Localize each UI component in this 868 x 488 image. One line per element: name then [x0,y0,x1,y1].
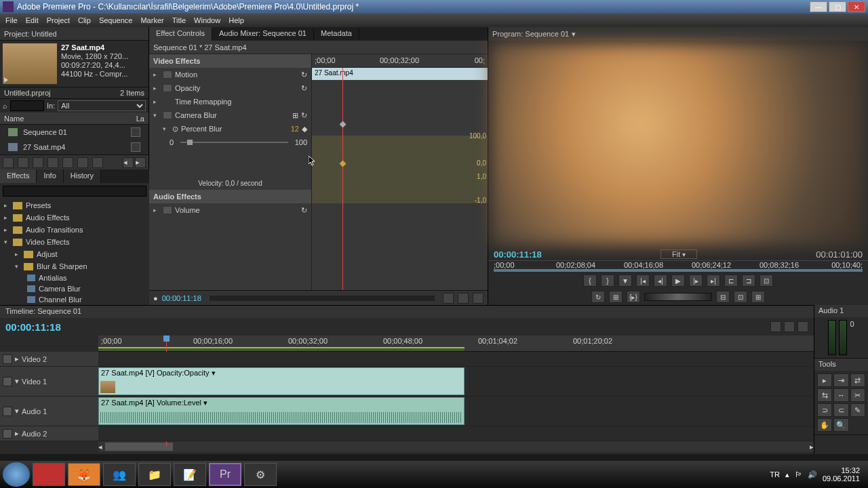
loop-button[interactable]: ↻ [591,291,605,303]
close-button[interactable]: ✕ [848,1,865,12]
project-search-input[interactable] [10,100,44,111]
tab-audio-mixer[interactable]: Audio Mixer: Sequence 01 [212,27,314,41]
button-b[interactable]: ⊞ [751,291,765,303]
go-to-in-button[interactable]: |◂ [636,274,650,287]
prop-motion[interactable]: ▸Motion↻ [149,68,311,81]
dropdown-icon[interactable]: ▾ [572,30,576,39]
prop-time-remap[interactable]: ▸Time Remapping [149,95,311,108]
minimize-button[interactable]: — [810,1,827,12]
taskbar-firefox-icon[interactable]: 🦊 [68,463,100,486]
pen-tool[interactable]: ✎ [850,403,865,417]
step-back-button[interactable]: ◂| [654,274,667,287]
clock-time[interactable]: 15:32 [823,466,860,474]
menu-project[interactable]: Project [47,16,70,24]
taskbar-icon[interactable]: ⚙ [244,463,277,486]
track-video1[interactable]: 27 Saat.mp4 [V] Opacity:Opacity ▾ [98,367,814,396]
ec-graph[interactable] [312,136,488,203]
ec-zoom-slider[interactable] [210,296,435,301]
maximize-button[interactable]: ▢ [829,1,846,12]
taskbar-premiere-icon[interactable]: Pr [209,463,241,486]
tray-icon[interactable]: 🏳 [795,470,802,479]
ripple-tool[interactable]: ⇄ [850,373,865,387]
menu-clip[interactable]: Clip [78,16,91,24]
tab-history[interactable]: History [64,169,101,183]
tray-icon[interactable]: 🔊 [808,470,817,479]
menu-sequence[interactable]: Sequence [99,16,133,24]
track-select-tool[interactable]: ⇥ [833,373,848,387]
find-button[interactable] [47,157,58,168]
delete-button[interactable] [92,157,103,168]
menu-title[interactable]: Title [172,16,186,24]
effect-channel-blur[interactable]: Channel Blur [0,294,149,305]
clip-video[interactable]: 27 Saat.mp4 [V] Opacity:Opacity ▾ [98,367,465,395]
zoom-tool[interactable]: 🔍 [833,418,848,432]
tab-effects[interactable]: Effects [0,169,37,183]
lang-indicator[interactable]: TR [770,470,780,479]
play-button[interactable]: ▸ [135,157,146,168]
automate-button[interactable] [33,157,43,168]
output-button[interactable]: {▸} [627,291,640,303]
safe-margins-button[interactable]: ⊞ [609,291,623,303]
slip-tool[interactable]: ⊃ [817,403,832,417]
new-bin-button[interactable] [62,157,73,168]
effects-search-input[interactable] [3,186,146,197]
program-current-time[interactable]: 00:00:11:18 [494,249,542,260]
rolling-tool[interactable]: ⇆ [817,388,832,402]
mark-in-button[interactable]: { [583,274,597,287]
list-view-button[interactable] [3,157,14,168]
program-ruler[interactable]: ;00;00 00;02;08;04 00;04;16;08 00;06;24;… [488,260,868,272]
tab-info[interactable]: Info [37,169,63,183]
prop-percent-blur[interactable]: ▾⊙Percent Blur12◆ [149,122,311,136]
effect-antialias[interactable]: Antialias [0,272,149,283]
export-frame-button[interactable]: ⊡ [760,274,773,287]
menu-edit[interactable]: Edit [26,16,39,24]
prev-button[interactable]: ◂ [123,157,134,168]
marker-button[interactable] [784,321,795,332]
keyframe-icon[interactable] [340,121,347,128]
timeline-timecode[interactable]: 00:00:11:18 [5,321,61,333]
prop-opacity[interactable]: ▸Opacity↻ [149,81,311,95]
folder-audio-effects[interactable]: ▸Audio Effects [0,211,149,224]
col-label[interactable]: La [136,115,144,123]
ec-timecode[interactable]: 00:00:11:18 [162,294,201,302]
program-video[interactable] [491,43,865,245]
extract-button[interactable]: ⊐ [742,274,755,287]
timeline-ruler[interactable]: ;00;00 00;00;16;00 00;00;32;00 00;00;48;… [98,336,814,352]
folder-adjust[interactable]: ▸Adjust [0,248,149,260]
lift-button[interactable]: ⊏ [724,274,738,287]
go-to-out-button[interactable]: ▸| [707,274,720,287]
ec-button[interactable] [473,293,484,304]
track-video2[interactable] [98,352,814,367]
taskbar-icon[interactable] [33,463,65,486]
tray-icon[interactable]: ▴ [785,470,789,479]
start-button[interactable] [3,462,30,487]
menu-file[interactable]: File [5,16,18,24]
button-a[interactable]: ⊡ [734,291,747,303]
timeline-scrollbar[interactable]: ◂▸ [98,441,814,452]
tab-metadata[interactable]: Metadata [314,27,359,41]
filter-select[interactable]: All [58,100,146,111]
track-audio1[interactable]: 27 Saat.mp4 [A] Volume:Level ▾ [98,396,814,426]
menu-help[interactable]: Help [229,16,244,24]
project-item-clip[interactable]: 27 Saat.mp4 [0,140,149,155]
taskbar-notes-icon[interactable]: 📝 [174,463,206,486]
icon-view-button[interactable] [18,157,28,168]
prop-camera-blur[interactable]: ▾Camera Blur⊞↻ [149,108,311,122]
ec-playhead[interactable] [342,68,343,290]
effect-camera-blur[interactable]: Camera Blur [0,283,149,294]
folder-blur-sharpen[interactable]: ▾Blur & Sharpen [0,260,149,272]
selection-tool[interactable]: ▸ [817,373,832,387]
menu-window[interactable]: Window [194,16,220,24]
track-audio2[interactable] [98,426,814,441]
folder-presets[interactable]: ▸Presets [0,199,149,211]
folder-video-effects[interactable]: ▾Video Effects [0,236,149,248]
tab-effect-controls[interactable]: Effect Controls [149,27,212,41]
asset-thumbnail[interactable] [3,43,57,84]
track-head-audio1[interactable]: ▾Audio 1 [0,396,98,426]
folder-audio-transitions[interactable]: ▸Audio Transitions [0,224,149,236]
clock-date[interactable]: 09.06.2011 [823,474,860,483]
set-marker-button[interactable]: ▼ [618,274,632,287]
ec-time-ruler[interactable]: ;00;00 00;00;32;00 00; [312,54,488,68]
jog-slider[interactable] [644,293,712,301]
slider-range[interactable]: 0 100 [149,136,311,149]
